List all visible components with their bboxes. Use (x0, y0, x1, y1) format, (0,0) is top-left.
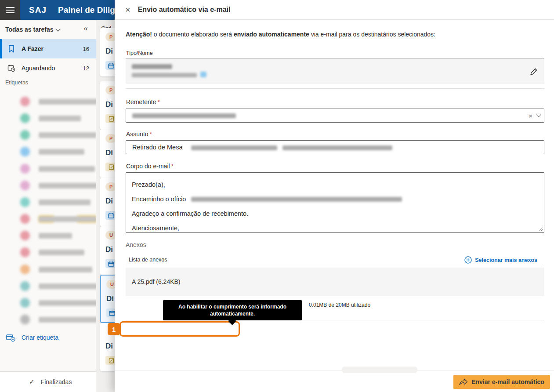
storage-usage: 0.01MB de 20MB utilizado (309, 302, 370, 308)
app-header: SAJ Painel de Dilige (20, 0, 115, 20)
redacted-tag-label (39, 267, 92, 272)
annotation-highlight-box (119, 321, 240, 337)
tag-item[interactable] (0, 111, 96, 126)
task-filter-label: Todas as tarefas (5, 26, 53, 33)
sidebar-item-aguardando[interactable]: Aguardando 12 (0, 58, 96, 78)
count-badge: 12 (83, 65, 89, 72)
sender-combobox[interactable]: × (126, 109, 544, 123)
app-logo: SAJ (29, 5, 47, 15)
redacted-tag-label (39, 116, 81, 121)
redacted-tag-label (39, 183, 104, 189)
send-email-button[interactable]: Enviar e-mail automático (453, 375, 550, 389)
tag-color-dot (20, 231, 30, 240)
sidebar: Todas as tarefas « A Fazer 16 Aguardando… (0, 20, 96, 371)
tag-item[interactable] (0, 312, 96, 327)
panel-title: Envio automático via e-mail (138, 6, 231, 14)
tag-item[interactable] (0, 144, 96, 159)
plus-circle-icon (464, 256, 472, 264)
chevron-down-icon (56, 26, 61, 31)
tag-item[interactable] (0, 211, 96, 226)
tag-item[interactable] (0, 262, 96, 277)
forward-arrow-icon (459, 378, 467, 385)
redacted-recipient-name (132, 64, 172, 69)
redacted-tag-label (39, 216, 97, 222)
tag-color-dot (20, 113, 30, 123)
task-card-title: Di (105, 47, 113, 56)
finalizadas-toggle[interactable]: ✓ Finalizadas (0, 371, 96, 392)
tag-item[interactable] (0, 127, 96, 142)
tag-color-dot (20, 181, 30, 190)
warning-text: Atenção! o documento elaborado será envi… (126, 31, 539, 38)
tag-plus-icon (6, 333, 15, 342)
tag-color-dot (20, 97, 30, 106)
recipients-header: Tipo/Nome (126, 50, 153, 56)
tag-color-dot (20, 247, 30, 257)
tag-color-dot (20, 315, 30, 324)
tag-color-dot (20, 214, 30, 224)
task-card-title: Di (105, 100, 113, 109)
tag-color-dot (20, 147, 30, 156)
tag-item[interactable] (0, 228, 96, 243)
clear-icon[interactable]: × (529, 113, 532, 119)
sender-label: Remetente* (126, 98, 160, 105)
redacted-chip (200, 72, 206, 77)
redacted-tag-label (39, 200, 91, 205)
chevron-down-icon[interactable] (536, 112, 541, 117)
redacted-recipient-email (132, 73, 197, 77)
tag-item[interactable] (0, 279, 96, 294)
redacted-tag-label (39, 99, 104, 105)
tag-color-dot (20, 281, 30, 291)
redacted-subject-2 (282, 145, 392, 150)
tag-item[interactable] (0, 94, 96, 109)
tag-color-dot (20, 130, 30, 140)
task-card-title: Di (105, 342, 113, 351)
calendar-clock-icon (7, 64, 15, 72)
annotation-number-badge: 1 (108, 323, 120, 335)
edit-pencil-icon[interactable] (529, 67, 538, 76)
collapse-sidebar-button[interactable]: « (84, 24, 88, 33)
redacted-tag-label (39, 300, 99, 306)
close-icon[interactable]: × (125, 5, 130, 14)
add-attachments-link[interactable]: Selecionar mais anexos (464, 256, 537, 264)
bookmark-icon (7, 45, 15, 53)
tag-color-dot (20, 265, 30, 274)
menu-button[interactable] (0, 0, 20, 20)
redacted-tag-label (39, 166, 95, 172)
redacted-tag-label (39, 149, 84, 155)
tag-color-dot (20, 197, 30, 207)
app-screen: SAJ Painel de Dilige Todas as tarefas « … (0, 0, 554, 392)
tooltip: Ao habilitar o cumprimento será informad… (163, 300, 302, 320)
redacted-tag-label (39, 233, 72, 239)
tag-item[interactable] (0, 295, 96, 310)
task-card-title: Di (105, 197, 113, 206)
tag-item[interactable] (0, 178, 96, 193)
tag-item[interactable] (0, 245, 96, 260)
task-card-title: Di (105, 149, 113, 157)
recipient-row[interactable] (126, 58, 544, 84)
body-label: Corpo do e-mail* (126, 163, 174, 170)
redacted-sender-email (132, 113, 236, 118)
subject-input[interactable]: Retirado de Mesa (126, 140, 544, 154)
task-card-title: Di (105, 245, 113, 254)
sidebar-item-a-fazer[interactable]: A Fazer 16 (0, 39, 96, 58)
attachment-row[interactable]: A 25.pdf (6.24KB) (126, 267, 544, 296)
count-badge: 16 (83, 46, 89, 52)
tag-color-dot (20, 298, 30, 308)
create-tag-button[interactable]: Criar etiqueta (0, 330, 96, 345)
redacted-subject-1 (191, 145, 277, 150)
horizontal-scrollbar-thumb[interactable] (342, 367, 417, 373)
attachment-file: A 25.pdf (6.24KB) (132, 278, 181, 285)
tag-item[interactable] (0, 161, 96, 176)
attachments-list-header: Lista de anexos (129, 257, 167, 263)
email-body-textarea[interactable]: Prezado(a), Encaminho o ofício Agradeço … (126, 172, 544, 233)
redacted-tag-label (39, 283, 105, 289)
hamburger-icon (6, 7, 14, 8)
tag-item[interactable] (0, 195, 96, 210)
check-icon: ✓ (29, 378, 35, 386)
page-title: Painel de Dilige (58, 5, 115, 15)
task-card-title: Di (106, 294, 114, 303)
redacted-tag-label (39, 132, 97, 138)
attachments-section-label: Anexos (126, 241, 146, 248)
task-filter-dropdown[interactable]: Todas as tarefas (0, 20, 96, 39)
resize-grip[interactable] (538, 226, 543, 232)
